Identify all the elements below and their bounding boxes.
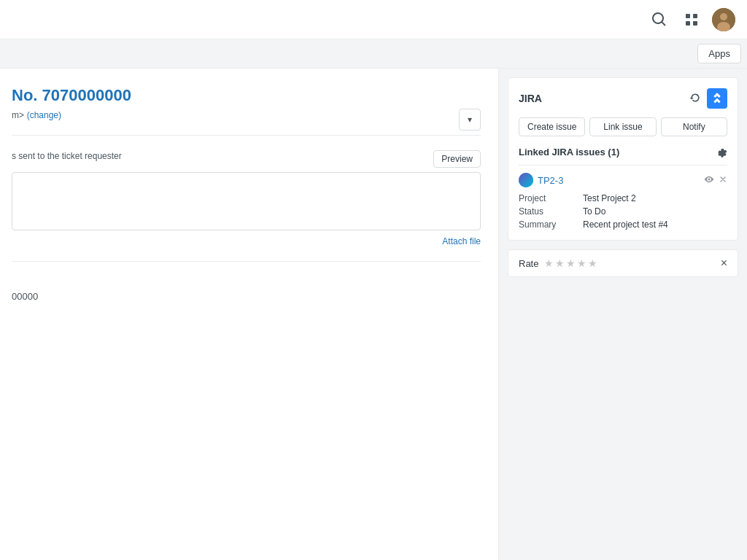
jira-actions: Create issue Link issue Notify	[519, 117, 727, 136]
dropdown-button[interactable]: ▾	[459, 109, 481, 131]
issue-divider	[519, 165, 727, 166]
nav-icons	[648, 8, 735, 31]
user-avatar[interactable]	[712, 8, 735, 31]
issue-item-header: TP2-3	[519, 173, 727, 187]
star-3[interactable]: ★	[566, 257, 576, 269]
linked-issues-title: Linked JIRA issues (1)	[519, 147, 619, 158]
star-1[interactable]: ★	[544, 257, 554, 269]
svg-point-5	[720, 13, 727, 20]
view-icon[interactable]	[704, 174, 714, 187]
right-panel: JIRA Create issue Link is	[499, 69, 747, 560]
project-label: Project	[519, 193, 577, 203]
linked-issues-header: Linked JIRA issues (1)	[519, 147, 727, 158]
project-value: Test Project 2	[583, 193, 727, 203]
rate-content: Rate ★ ★ ★ ★ ★	[519, 257, 597, 269]
issue-id-link[interactable]: TP2-3	[538, 175, 563, 186]
star-5[interactable]: ★	[588, 257, 597, 269]
notify-button[interactable]: Notify	[661, 117, 727, 136]
rate-label: Rate	[519, 258, 538, 269]
link-issue-button[interactable]: Link issue	[589, 117, 656, 136]
svg-point-7	[519, 173, 533, 187]
chevron-down-icon: ▾	[468, 114, 472, 125]
reply-hint-label: s sent to the ticket requester	[12, 151, 122, 161]
jira-logo	[707, 88, 727, 109]
left-panel: No. 7070000000 m> (change) ▾ s sent to t…	[0, 69, 499, 560]
issue-avatar	[519, 173, 533, 187]
issue-id-row: TP2-3	[519, 173, 563, 187]
rate-bar: Rate ★ ★ ★ ★ ★ ×	[508, 249, 738, 277]
jira-card: JIRA Create issue Link is	[508, 77, 738, 241]
summary-value: Recent project test #4	[583, 219, 727, 230]
apps-bar: Apps	[0, 39, 747, 69]
apps-button[interactable]: Apps	[697, 44, 741, 63]
breadcrumb-prefix: m>	[12, 110, 24, 120]
star-4[interactable]: ★	[577, 257, 587, 269]
issue-action-icons	[704, 174, 727, 187]
svg-rect-0	[686, 14, 690, 18]
status-value: To Do	[583, 206, 727, 217]
star-2[interactable]: ★	[555, 257, 565, 269]
svg-rect-1	[693, 14, 697, 18]
section-divider	[12, 135, 481, 136]
gear-icon[interactable]	[717, 147, 727, 158]
refresh-icon[interactable]	[689, 92, 701, 106]
main-layout: No. 7070000000 m> (change) ▾ s sent to t…	[0, 69, 747, 560]
jira-title: JIRA	[519, 93, 542, 104]
breadcrumb-change-link[interactable]: (change)	[27, 110, 61, 120]
svg-rect-2	[686, 21, 690, 26]
ticket-reference: 00000	[12, 291, 481, 302]
grid-apps-icon[interactable]	[680, 8, 703, 31]
search-icon[interactable]	[648, 8, 671, 31]
issue-details: Project Test Project 2 Status To Do Summ…	[519, 193, 727, 230]
reply-text-area[interactable]	[12, 172, 481, 230]
issue-item: TP2-3	[519, 173, 727, 230]
rate-close-button[interactable]: ×	[721, 257, 727, 269]
summary-label: Summary	[519, 219, 577, 230]
star-rating[interactable]: ★ ★ ★ ★ ★	[544, 257, 597, 269]
section-divider-2	[12, 261, 481, 262]
close-icon[interactable]	[719, 175, 727, 186]
top-navigation	[0, 0, 747, 39]
attach-file-link[interactable]: Attach file	[12, 236, 481, 246]
jira-header: JIRA	[519, 88, 727, 109]
status-label: Status	[519, 206, 577, 217]
create-issue-button[interactable]: Create issue	[519, 117, 585, 136]
preview-button[interactable]: Preview	[433, 150, 481, 168]
ticket-number: No. 7070000000	[12, 86, 481, 105]
svg-rect-3	[693, 21, 697, 26]
